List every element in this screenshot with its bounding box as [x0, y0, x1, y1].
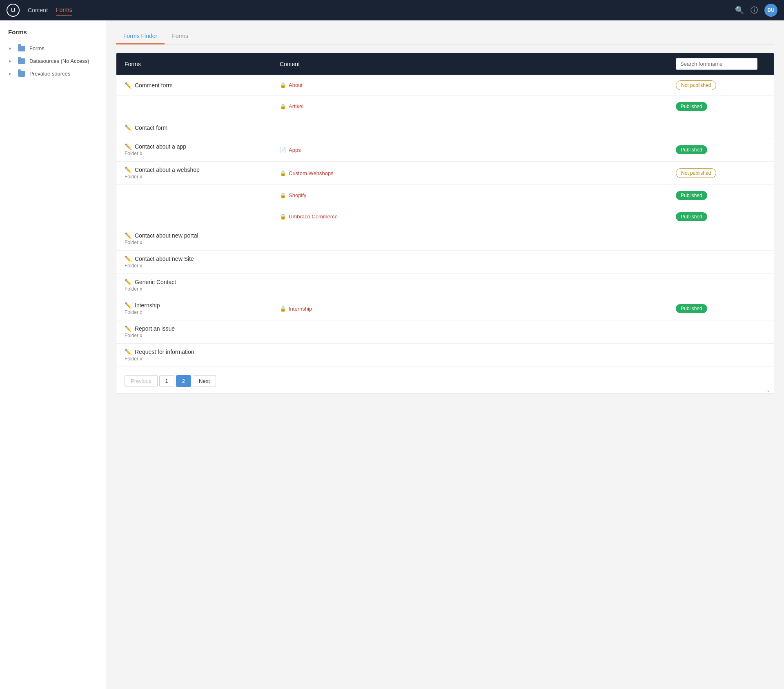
- form-name-cell: ✏️ Contact form: [125, 124, 280, 131]
- table-row: ✏️ Comment form 🔒 About Not published: [116, 75, 774, 96]
- form-name-label: Report an issue: [135, 325, 175, 332]
- sidebar-item-label: Forms: [29, 45, 45, 51]
- table-row: ✏️ Contact about new Site Folder x: [116, 251, 774, 274]
- form-name-cell: ✏️ Internship Folder x: [125, 302, 280, 315]
- pagination: Previous 1 2 Next: [116, 367, 774, 393]
- content-link-apps[interactable]: 📄 Apps: [280, 147, 676, 153]
- sidebar-item-forms[interactable]: ► Forms: [0, 42, 106, 55]
- form-name-label: Request for information: [135, 349, 194, 355]
- status-badge: Not published: [676, 168, 716, 178]
- status-badge: Published: [676, 304, 707, 313]
- form-name: ✏️ Generic Contact: [125, 279, 280, 285]
- page-2-button[interactable]: 2: [176, 375, 191, 387]
- content-link-umbraco-commerce[interactable]: 🔒 Umbraco Commerce: [280, 213, 676, 220]
- folder-icon: [18, 71, 25, 77]
- content-cell: 📄 Apps: [280, 147, 676, 153]
- logo[interactable]: U: [7, 4, 20, 17]
- content-name: Artikel: [289, 103, 303, 109]
- table-row: ✏️ Internship Folder x 🔒 Internship Publ…: [116, 297, 774, 320]
- lock-icon: 🔒: [280, 103, 286, 109]
- table-row: ✏️ Generic Contact Folder x: [116, 274, 774, 297]
- search-input[interactable]: [676, 58, 757, 70]
- tab-forms-finder[interactable]: Forms Finder: [116, 29, 165, 44]
- tab-forms[interactable]: Forms: [165, 29, 196, 44]
- form-name: ✏️ Internship: [125, 302, 280, 309]
- status-badge: Published: [676, 191, 707, 200]
- content-name: Internship: [289, 306, 312, 312]
- form-name-cell: ✏️ Contact about a webshop Folder x: [125, 167, 280, 180]
- tabs-bar: Forms Finder Forms: [116, 29, 774, 44]
- nav-content[interactable]: Content: [28, 5, 48, 15]
- table-row: ✏️ Request for information Folder x: [116, 344, 774, 367]
- sidebar-title: Forms: [0, 29, 106, 42]
- status-cell: Published: [676, 191, 766, 200]
- form-name-cell: ✏️ Request for information Folder x: [125, 349, 280, 362]
- content-cell: 🔒 Custom Webshops: [280, 170, 676, 176]
- form-edit-icon: ✏️: [125, 279, 131, 285]
- status-cell: Not published: [676, 80, 766, 90]
- form-name-label: Contact form: [135, 124, 167, 131]
- lock-icon: 🔒: [280, 213, 286, 220]
- top-nav-right: 🔍 ⓘ BU: [735, 4, 777, 17]
- form-name-cell: ✏️ Contact about new portal Folder x: [125, 232, 280, 245]
- content-name: Shopify: [289, 192, 306, 198]
- table-header: Forms Content: [116, 53, 774, 75]
- header-content: Content: [280, 61, 676, 67]
- form-sub-label: Folder x: [125, 286, 280, 292]
- forms-table: Forms Content ✏️ Comment form 🔒: [116, 53, 774, 394]
- content-link-artikel[interactable]: 🔒 Artikel: [280, 103, 676, 109]
- form-name: ✏️ Contact form: [125, 124, 280, 131]
- sidebar-item-prevalue[interactable]: ► Prevalue sources: [0, 67, 106, 80]
- content-link-custom-webshops[interactable]: 🔒 Custom Webshops: [280, 170, 676, 176]
- form-name-label: Contact about a webshop: [135, 167, 200, 173]
- search-icon[interactable]: 🔍: [735, 6, 744, 15]
- next-button[interactable]: Next: [193, 375, 216, 387]
- form-name-cell: ✏️ Report an issue Folder x: [125, 325, 280, 338]
- app-layout: Forms ► Forms ► Datasources (No Access) …: [0, 20, 784, 689]
- lock-icon: 🔒: [280, 306, 286, 312]
- table-row: 🔒 Artikel Published: [116, 96, 774, 117]
- resize-handle[interactable]: ⌟: [767, 387, 774, 393]
- sidebar-item-label: Datasources (No Access): [29, 58, 89, 64]
- content-link-about[interactable]: 🔒 About: [280, 82, 676, 88]
- content-cell: 🔒 Artikel: [280, 103, 676, 109]
- page-1-button[interactable]: 1: [159, 375, 174, 387]
- user-avatar[interactable]: BU: [764, 4, 777, 17]
- content-cell: 🔒 Internship: [280, 306, 676, 312]
- form-name-cell: ✏️ Comment form: [125, 82, 280, 89]
- form-edit-icon: ✏️: [125, 232, 131, 239]
- table-row: ✏️ Contact about a webshop Folder x 🔒 Cu…: [116, 162, 774, 185]
- form-edit-icon: ✏️: [125, 349, 131, 355]
- content-cell: 🔒 Umbraco Commerce: [280, 213, 676, 220]
- form-name-label: Comment form: [135, 82, 173, 89]
- status-cell: Published: [676, 304, 766, 313]
- form-name: ✏️ Contact about a webshop: [125, 167, 280, 173]
- form-name: ✏️ Report an issue: [125, 325, 280, 332]
- content-link-internship[interactable]: 🔒 Internship: [280, 306, 676, 312]
- nav-forms[interactable]: Forms: [56, 5, 72, 16]
- sidebar-item-datasources[interactable]: ► Datasources (No Access): [0, 55, 106, 67]
- form-name: ✏️ Contact about new Site: [125, 256, 280, 262]
- form-edit-icon: ✏️: [125, 124, 131, 131]
- content-link-shopify[interactable]: 🔒 Shopify: [280, 192, 676, 198]
- lock-icon: 🔒: [280, 82, 286, 88]
- form-name: ✏️ Contact about a app: [125, 143, 280, 150]
- status-cell: Published: [676, 212, 766, 221]
- content-cell: 🔒 About: [280, 82, 676, 88]
- content-name: Custom Webshops: [289, 170, 334, 176]
- content-name: Apps: [289, 147, 301, 153]
- form-name: ✏️ Request for information: [125, 349, 280, 355]
- previous-button[interactable]: Previous: [125, 375, 158, 387]
- status-badge: Published: [676, 102, 707, 111]
- status-badge: Published: [676, 212, 707, 221]
- status-cell: Published: [676, 102, 766, 111]
- help-icon[interactable]: ⓘ: [751, 5, 758, 15]
- main-content: Forms Finder Forms Forms Content ✏️ Comm…: [106, 20, 784, 689]
- form-name-label: Internship: [135, 302, 160, 309]
- sidebar-item-label: Prevalue sources: [29, 71, 70, 77]
- form-sub-label: Folder x: [125, 151, 280, 156]
- chevron-icon: ►: [8, 71, 12, 76]
- form-name-label: Generic Contact: [135, 279, 176, 285]
- form-edit-icon: ✏️: [125, 256, 131, 262]
- form-sub-label: Folder x: [125, 240, 280, 245]
